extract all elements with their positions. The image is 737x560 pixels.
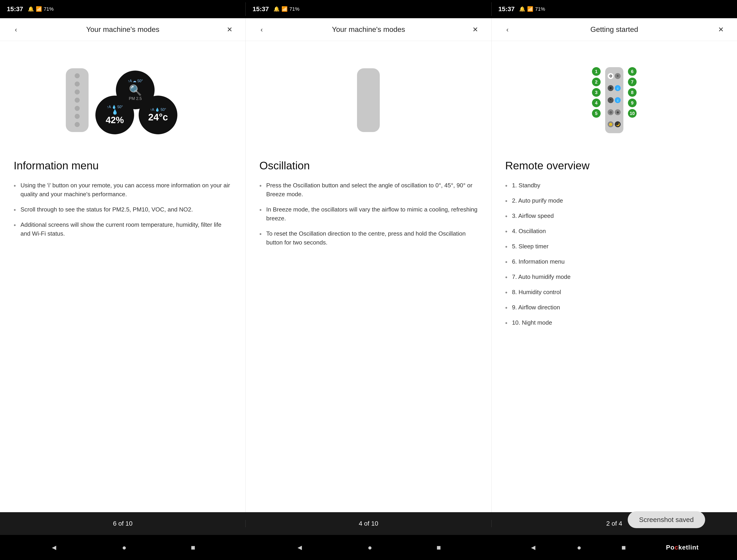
num-row-8: 8 xyxy=(628,88,637,97)
status-icon-mute-2: 🔔 xyxy=(273,6,280,12)
bullet-3-7: 7. Auto humidify mode xyxy=(505,272,723,281)
panel-1-close-button[interactable]: ✕ xyxy=(223,23,236,36)
bullet-3-6: 6. Information menu xyxy=(505,257,723,266)
page-indicator-3-text: 2 of 4 xyxy=(606,520,622,527)
left-numbers: 1 2 3 4 5 xyxy=(592,67,601,118)
num-circle-1: 1 xyxy=(592,67,601,76)
num-circle-8: 8 xyxy=(628,88,637,97)
panel-1-bullets: Using the 'i' button on your remote, you… xyxy=(14,181,232,238)
num-row-3: 3 xyxy=(592,88,601,97)
panel-3-header: ‹ Getting started ✕ xyxy=(492,18,737,41)
panel-2-body: Oscillation Press the Oscillation button… xyxy=(246,41,491,512)
screenshot-toast: Screenshot saved xyxy=(628,511,705,528)
recents-icon-2[interactable]: ■ xyxy=(436,543,441,552)
num-row-9: 9 xyxy=(628,99,637,107)
num-circle-3: 3 xyxy=(592,88,601,97)
home-icon-1[interactable]: ● xyxy=(122,543,126,552)
status-icon-wifi-2: 📶 xyxy=(281,6,288,12)
panel-2-image xyxy=(259,52,477,148)
status-icon-wifi-3: 📶 xyxy=(527,6,533,12)
num-circle-10: 10 xyxy=(628,109,637,118)
num-circle-4: 4 xyxy=(592,99,601,107)
humidity-value: 42% xyxy=(106,115,124,125)
back-icon-2[interactable]: ◄ xyxy=(296,543,303,552)
status-bar-panel-3: 15:37 🔔 📶 71% xyxy=(492,5,737,13)
panel-1-image: ↑A ☁ 50° 🔍 PM 2.5 ↑A 💧 50° 💧 42% xyxy=(14,52,232,148)
status-bar: 15:37 🔔 📶 71% 15:37 🔔 📶 71% 15:37 🔔 📶 71… xyxy=(0,0,737,18)
bullet-2-3: To reset the Oscillation direction to th… xyxy=(259,229,477,247)
status-icon-mute: 🔔 xyxy=(28,6,34,12)
recents-icon-1[interactable]: ■ xyxy=(191,543,195,552)
back-icon-1[interactable]: ◄ xyxy=(50,543,58,552)
remote-device-1 xyxy=(66,68,89,132)
num-row-1: 1 xyxy=(592,67,601,76)
bullet-2-1: Press the Oscillation button and select … xyxy=(259,181,477,199)
nav-panel-3: ◄ ● ■ Pocketlint xyxy=(491,543,737,552)
remote-device-overview: ⏻ ① ❄ 💧 * 💧 xyxy=(605,67,623,133)
status-battery-3: 71% xyxy=(535,6,545,12)
status-time-1: 15:37 xyxy=(7,5,23,13)
panel-3-body: 1 2 3 4 5 xyxy=(492,41,737,512)
nav-panel-2: ◄ ● ■ xyxy=(246,543,491,552)
info-circles: ↑A ☁ 50° 🔍 PM 2.5 ↑A 💧 50° 💧 42% xyxy=(93,66,180,134)
bullet-2-2: In Breeze mode, the oscillators will var… xyxy=(259,205,477,223)
num-circle-5: 5 xyxy=(592,109,601,118)
num-row-4: 4 xyxy=(592,99,601,107)
page-indicator-2: 4 of 10 xyxy=(246,520,491,527)
home-icon-3[interactable]: ● xyxy=(577,543,581,552)
status-battery-2: 71% xyxy=(289,6,299,12)
num-row-5: 5 xyxy=(592,109,601,118)
panels-container: ‹ Your machine's modes ✕ xyxy=(0,18,737,512)
panel-2-back-button[interactable]: ‹ xyxy=(255,23,268,36)
remote-overview-visual: 1 2 3 4 5 xyxy=(592,67,637,133)
page-indicator-2-text: 4 of 10 xyxy=(359,520,378,527)
num-circle-6: 6 xyxy=(628,67,637,76)
num-circle-2: 2 xyxy=(592,78,601,86)
bullet-3-1: 1. Standby xyxy=(505,181,723,190)
bullet-3-10: 10. Night mode xyxy=(505,318,723,327)
panel-3-back-button[interactable]: ‹ xyxy=(501,23,514,36)
bullet-3-9: 9. Airflow direction xyxy=(505,303,723,312)
bullet-3-3: 3. Airflow speed xyxy=(505,211,723,220)
panel-1-back-button[interactable]: ‹ xyxy=(9,23,23,36)
toast-text: Screenshot saved xyxy=(639,516,694,523)
panel-1-header: ‹ Your machine's modes ✕ xyxy=(0,18,245,41)
panel-2-bullets: Press the Oscillation button and select … xyxy=(259,181,477,247)
bullet-3-5: 5. Sleep timer xyxy=(505,242,723,251)
bullet-1-3: Additional screens will show the current… xyxy=(14,220,232,238)
status-icon-wifi: 📶 xyxy=(36,6,42,12)
status-time-2: 15:37 xyxy=(252,5,269,13)
oscillation-remote xyxy=(357,68,380,132)
num-row-2: 2 xyxy=(592,78,601,86)
page-indicator-1: 6 of 10 xyxy=(0,520,246,527)
status-battery-1: 71% xyxy=(44,6,54,12)
panel-3: ‹ Getting started ✕ 1 2 xyxy=(492,18,737,512)
num-row-7: 7 xyxy=(628,78,637,86)
status-time-3: 15:37 xyxy=(498,5,515,13)
num-circle-7: 7 xyxy=(628,78,637,86)
panel-3-bullets: 1. Standby 2. Auto purify mode 3. Airflo… xyxy=(505,181,723,327)
panel-1: ‹ Your machine's modes ✕ xyxy=(0,18,246,512)
panel-3-image: 1 2 3 4 5 xyxy=(505,52,723,148)
num-circle-9: 9 xyxy=(628,99,637,107)
bottom-bar: 6 of 10 4 of 10 2 of 4 xyxy=(0,512,737,535)
recents-icon-3[interactable]: ■ xyxy=(622,543,626,552)
panel-1-heading: Information menu xyxy=(14,159,232,172)
home-icon-2[interactable]: ● xyxy=(368,543,372,552)
panel-2-title: Your machine's modes xyxy=(268,25,468,34)
panel-2: ‹ Your machine's modes ✕ Oscillation Pre… xyxy=(246,18,491,512)
temp-circle: ↑A 💧 50° 24°c xyxy=(139,96,177,134)
num-row-10: 10 xyxy=(628,109,637,118)
panel-1-title: Your machine's modes xyxy=(23,25,223,34)
bullet-3-8: 8. Humidity control xyxy=(505,288,723,297)
back-icon-3[interactable]: ◄ xyxy=(530,543,537,552)
panel-3-heading: Remote overview xyxy=(505,159,723,172)
panel-3-close-button[interactable]: ✕ xyxy=(714,23,728,36)
panel-1-body: ↑A ☁ 50° 🔍 PM 2.5 ↑A 💧 50° 💧 42% xyxy=(0,41,245,512)
status-bar-panel-2: 15:37 🔔 📶 71% xyxy=(246,5,491,13)
bullet-3-4: 4. Oscillation xyxy=(505,227,723,236)
num-row-6: 6 xyxy=(628,67,637,76)
temp-value: 24°c xyxy=(148,112,168,123)
panel-2-heading: Oscillation xyxy=(259,159,477,172)
panel-2-close-button[interactable]: ✕ xyxy=(469,23,482,36)
